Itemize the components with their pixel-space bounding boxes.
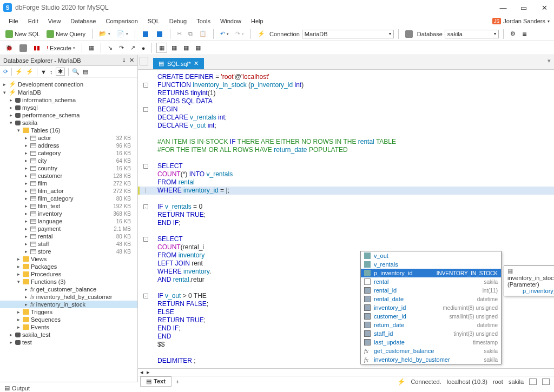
- tree-node[interactable]: sakila: [22, 119, 37, 126]
- copy-button[interactable]: ⧉: [186, 29, 195, 38]
- tree-node-selected[interactable]: inventory_in_stock: [36, 301, 85, 308]
- tree-node[interactable]: Development connection: [18, 81, 83, 88]
- undo-button[interactable]: ↶▾: [218, 29, 231, 38]
- tree-table-node[interactable]: ▸country16 KB: [0, 164, 137, 172]
- cut-button[interactable]: ✂: [175, 29, 184, 38]
- explorer-tree[interactable]: ▸⚡Development connection ▾⚡MariaDB ▸info…: [0, 78, 137, 382]
- debug-button[interactable]: 🐞: [3, 43, 15, 52]
- menu-edit[interactable]: Edit: [24, 17, 43, 25]
- menu-sql[interactable]: SQL: [143, 17, 164, 25]
- user-indicator[interactable]: JS Jordan Sanders ▾: [492, 18, 550, 24]
- editor-tab[interactable]: ▤SQL.sql*✕: [153, 58, 204, 69]
- tree-table-node[interactable]: ▸rental80 KB: [0, 232, 137, 240]
- autocomplete-item[interactable]: rental_idint(11): [361, 286, 501, 295]
- view-icon-1[interactable]: [529, 378, 537, 385]
- minimize-button[interactable]: —: [497, 4, 510, 12]
- autocomplete-item[interactable]: last_updatetimestamp: [361, 338, 501, 347]
- redo-button[interactable]: ↷▾: [233, 29, 246, 38]
- add-view-button[interactable]: +: [172, 377, 183, 386]
- open-button[interactable]: 📂▾: [97, 29, 113, 38]
- autocomplete-item[interactable]: v_out: [361, 251, 501, 260]
- tree-node[interactable]: performance_schema: [22, 112, 80, 118]
- autocomplete-item[interactable]: p_inventory_idINVENTORY_IN_STOCK: [361, 269, 501, 277]
- layout-button[interactable]: ▦: [87, 43, 96, 52]
- autocomplete-item[interactable]: staff_idtinyint(3) unsigned: [361, 329, 501, 338]
- tree-node[interactable]: Triggers: [31, 309, 52, 315]
- tree-table-node[interactable]: ▸city64 KB: [0, 157, 137, 164]
- tree-node[interactable]: Views: [31, 256, 47, 262]
- disconnect-icon[interactable]: ⚡: [26, 68, 34, 75]
- menu-comparison[interactable]: Comparison: [101, 17, 142, 25]
- new-query-button[interactable]: New Query: [44, 29, 88, 39]
- tree-table-node[interactable]: ▸film_text192 KB: [0, 202, 137, 210]
- database-combo[interactable]: sakila▾: [445, 30, 499, 38]
- tree-node[interactable]: test: [22, 339, 32, 346]
- close-panel-icon[interactable]: ✕: [129, 57, 134, 64]
- autocomplete-item[interactable]: fxget_customer_balancesakila: [361, 347, 501, 355]
- view3-button[interactable]: ▦: [181, 43, 191, 52]
- h-scroll-right[interactable]: ▸: [147, 369, 150, 376]
- tree-node[interactable]: Tables (16): [31, 127, 60, 134]
- step-button[interactable]: ↘: [105, 43, 115, 52]
- tree-table-node[interactable]: ▸staff48 KB: [0, 240, 137, 248]
- autocomplete-item[interactable]: customer_idsmallint(5) unsigned: [361, 312, 501, 321]
- autocomplete-item[interactable]: v_rentals: [361, 260, 501, 269]
- autocomplete-item[interactable]: return_datedatetime: [361, 321, 501, 329]
- execute-button[interactable]: ! Execute▾: [44, 44, 77, 52]
- editor-tool-1[interactable]: [140, 57, 148, 65]
- view-icon-2[interactable]: [542, 378, 550, 385]
- sort-icon[interactable]: ↕: [50, 69, 53, 75]
- tree-table-node[interactable]: ▸actor32 KB: [0, 134, 137, 142]
- new-sql-button[interactable]: New SQL: [3, 29, 42, 39]
- props-icon[interactable]: ▤: [83, 68, 88, 75]
- connect-icon[interactable]: ⚡: [15, 68, 23, 75]
- tree-table-node[interactable]: ▸film_category80 KB: [0, 195, 137, 202]
- tree-node[interactable]: information_schema: [22, 97, 76, 103]
- activity-button[interactable]: ≣: [520, 29, 529, 38]
- tree-node[interactable]: sakila_test: [22, 331, 50, 338]
- step-out-button[interactable]: ↗: [128, 43, 137, 52]
- close-button[interactable]: ✕: [538, 4, 551, 12]
- find-icon[interactable]: 🔍: [72, 68, 80, 75]
- save-button[interactable]: [140, 29, 151, 39]
- text-view-tab[interactable]: ▤Text: [140, 376, 172, 387]
- tree-table-node[interactable]: ▸inventory368 KB: [0, 210, 137, 217]
- tab-close-icon[interactable]: ✕: [194, 60, 199, 67]
- menu-database[interactable]: Database: [66, 17, 100, 25]
- db-tool-button[interactable]: [17, 43, 29, 53]
- tree-table-node[interactable]: ▸film272 KB: [0, 180, 137, 187]
- tree-table-node[interactable]: ▸language16 KB: [0, 217, 137, 225]
- filter-icon[interactable]: ▼: [41, 69, 47, 75]
- tree-node[interactable]: inventory_held_by_customer: [36, 294, 113, 300]
- tree-node[interactable]: mysql: [22, 104, 38, 111]
- tree-node[interactable]: get_customer_balance: [36, 286, 96, 293]
- autocomplete-item[interactable]: rental_datedatetime: [361, 295, 501, 303]
- tree-node[interactable]: Functions (3): [31, 278, 65, 285]
- autocomplete-item[interactable]: rentalsakila: [361, 277, 501, 286]
- autocomplete-item[interactable]: inventory_idmediumint(8) unsigned: [361, 303, 501, 312]
- view4-button[interactable]: ▦: [193, 43, 203, 52]
- menu-help[interactable]: Help: [247, 17, 268, 25]
- menu-view[interactable]: View: [44, 17, 65, 25]
- paste-button[interactable]: 📋: [197, 29, 209, 38]
- new-button[interactable]: 📄▾: [115, 29, 130, 38]
- tree-node[interactable]: Packages: [31, 263, 57, 270]
- menu-file[interactable]: File: [4, 17, 23, 25]
- tree-icon[interactable]: ✱: [56, 68, 65, 76]
- view1-button[interactable]: ▦: [156, 43, 167, 53]
- pin-icon[interactable]: ⤓: [122, 57, 126, 63]
- tree-node[interactable]: Procedures: [31, 271, 61, 277]
- save-all-button[interactable]: [154, 29, 166, 39]
- menu-tools[interactable]: Tools: [192, 17, 215, 25]
- tree-node[interactable]: MariaDB: [18, 89, 41, 96]
- tree-table-node[interactable]: ▸film_actor272 KB: [0, 187, 137, 195]
- tree-table-node[interactable]: ▸address96 KB: [0, 142, 137, 149]
- tab-menu-icon[interactable]: ▾: [544, 55, 554, 69]
- tree-table-node[interactable]: ▸store48 KB: [0, 248, 137, 255]
- maximize-button[interactable]: ▭: [517, 4, 530, 12]
- step-over-button[interactable]: ↷: [117, 43, 126, 52]
- refresh-icon[interactable]: ⟳: [3, 68, 8, 75]
- autocomplete-popup[interactable]: v_outv_rentalsp_inventory_idINVENTORY_IN…: [360, 251, 502, 364]
- menu-window[interactable]: Window: [216, 17, 246, 25]
- bp-button[interactable]: ●: [140, 44, 148, 52]
